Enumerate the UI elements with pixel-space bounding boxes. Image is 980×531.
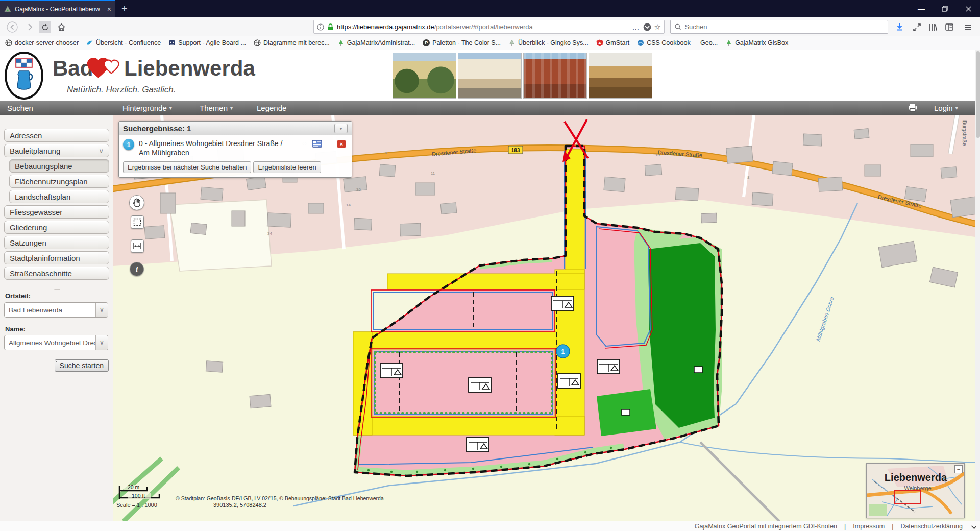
scale-feet-label: 100 ft: [132, 493, 145, 499]
overview-map-graphic: Liebenwerda Weinberge: [867, 464, 964, 518]
page-actions-icon[interactable]: …: [632, 23, 640, 31]
menu-hintergruende[interactable]: Hintergründe▾: [122, 104, 172, 112]
browser-search-box[interactable]: [670, 20, 888, 34]
restore-icon: [942, 6, 948, 12]
bookmarks-toolbar: docker-server-chooser Übersicht - Conflu…: [0, 36, 980, 50]
impressum-link[interactable]: Impressum: [853, 523, 885, 530]
sidebar-item-stadtplaninformation[interactable]: Stadtplaninformation: [4, 251, 109, 264]
result-line1: 0 - Allgmeines Wohngebiet Dresdner Straß…: [139, 139, 282, 148]
tab-close-icon[interactable]: ×: [107, 6, 111, 13]
window-controls: —: [910, 0, 980, 17]
clear-results-button[interactable]: Ergebnisliste leeren: [253, 161, 321, 173]
pocket-icon[interactable]: [643, 23, 651, 31]
window-minimize-button[interactable]: —: [910, 0, 933, 17]
url-text[interactable]: https://liebenwerda.gajamatrix.de/portal…: [337, 23, 629, 31]
ortsteil-select[interactable]: Bad Liebenwerda ∨: [4, 302, 108, 318]
window-close-button[interactable]: [957, 0, 980, 17]
info-tool-button[interactable]: i: [130, 262, 144, 276]
result-item[interactable]: 1 0 - Allgmeines Wohngebiet Dresdner Str…: [119, 135, 352, 160]
map-attribution: © Stadtplan: GeoBasis-DE/LGB, LV 02/'15,…: [176, 495, 384, 501]
tab-title: GajaMatrix - GeoPortal liebenw: [15, 6, 104, 13]
keep-results-button[interactable]: Ergebnisse bei nächster Suche behalten: [123, 161, 251, 173]
bookmark-diagramme[interactable]: Diagramme mit berec...: [254, 39, 330, 46]
header-photo-spa-building: [458, 53, 522, 99]
chevron-down-icon[interactable]: ∨: [95, 303, 108, 317]
bookmark-gajamatrix-gisbox[interactable]: GajaMatrix GisBox: [725, 39, 788, 46]
bookmark-paletton[interactable]: PPaletton - The Color S...: [423, 39, 501, 46]
forward-button[interactable]: [23, 21, 36, 33]
select-extent-tool-button[interactable]: [131, 215, 144, 229]
url-path: /portalserver/#/portal/liebenwerda: [434, 23, 533, 31]
menu-button[interactable]: [962, 21, 974, 33]
page-info-icon[interactable]: [317, 23, 324, 31]
status-collapse-icon[interactable]: [971, 524, 976, 529]
back-button[interactable]: [6, 21, 18, 33]
tab-bar: GajaMatrix - GeoPortal liebenw × + —: [0, 0, 980, 17]
svg-text:1: 1: [561, 348, 565, 355]
map-viewport[interactable]: 36 9 60 10 14 34 11 8: [113, 115, 975, 521]
page-scrollbar[interactable]: [975, 50, 980, 521]
bookmark-ueberblick-gingko[interactable]: Überblick - Gingko Sys...: [508, 39, 589, 46]
site-header: Bad Liebenwerda Natürlich. Herzlich. Gas…: [0, 50, 980, 101]
bookmark-support-agile-board[interactable]: Support - Agile Board ...: [168, 39, 246, 46]
url-bar[interactable]: https://liebenwerda.gajamatrix.de/portal…: [313, 20, 665, 34]
datenschutz-link[interactable]: Datenschutzerklärung: [900, 523, 963, 530]
results-header[interactable]: Suchergebnisse: 1 ▾: [119, 122, 352, 135]
sidebar-item-bebauungsplaene[interactable]: Bebauungspläne: [9, 159, 109, 173]
pan-tool-button[interactable]: [129, 195, 144, 210]
sidebar-item-fliessgewaesser[interactable]: Fliessgewässer: [4, 205, 109, 219]
header-photo-brick-building: [523, 53, 587, 99]
sidebar-item-flaechennutzungsplan[interactable]: Flächennutzungsplan: [9, 175, 109, 188]
sidebar-toggle-button[interactable]: [943, 21, 955, 33]
chevron-down-icon[interactable]: ∨: [95, 335, 108, 350]
new-tab-button[interactable]: +: [121, 2, 128, 15]
bookmark-star-icon[interactable]: ☆: [654, 22, 661, 32]
padlock-icon: [327, 23, 334, 31]
sidebar-collapse-notch[interactable]: [48, 284, 66, 290]
scrollbar-thumb[interactable]: [976, 51, 980, 138]
fullscreen-button[interactable]: [911, 21, 923, 33]
bookmark-uebersicht-confluence[interactable]: Übersicht - Confluence: [86, 39, 161, 46]
search-input[interactable]: [684, 23, 884, 31]
measure-tool-button[interactable]: [131, 239, 144, 253]
result-remove-icon[interactable]: ×: [337, 140, 346, 148]
result-details-icon[interactable]: [312, 140, 322, 148]
bookmark-gmstart[interactable]: AGmStart: [596, 39, 630, 46]
downloads-button[interactable]: [893, 21, 905, 33]
sidebar-item-bauleitplanung[interactable]: Bauleitplanung∨: [4, 144, 109, 157]
ortsteil-label: Ortsteil:: [5, 292, 31, 300]
window-restore-button[interactable]: [933, 0, 957, 17]
menu-legende[interactable]: Legende: [257, 104, 286, 112]
reload-button[interactable]: [39, 21, 51, 33]
bookmark-gajamatrix-admin[interactable]: GajaMatrixAdministrat...: [337, 39, 415, 46]
overview-minimize-button[interactable]: −: [954, 465, 963, 473]
menu-themen[interactable]: Themen▾: [200, 104, 233, 112]
url-host: https://liebenwerda.gajamatrix.de: [337, 23, 434, 31]
tree-icon: [337, 39, 345, 46]
print-button[interactable]: [908, 104, 917, 112]
menu-suchen[interactable]: Suchen: [7, 104, 33, 112]
scale-meters-label: 20 m: [128, 484, 140, 490]
results-collapse-button[interactable]: ▾: [334, 124, 348, 133]
name-select[interactable]: Allgmeines Wohngebiet Dres ∨: [4, 335, 108, 350]
sidebar-item-gliederung[interactable]: Gliederung: [4, 221, 109, 234]
bookmark-docker-server-chooser[interactable]: docker-server-chooser: [5, 39, 79, 46]
overview-map[interactable]: Liebenwerda Weinberge −: [866, 463, 965, 518]
sidebar-item-landschaftsplan[interactable]: Landschaftsplan: [9, 190, 109, 203]
sidebar-item-strassenabschnitte[interactable]: Straßenabschnitte: [4, 267, 109, 280]
suche-starten-button[interactable]: Suche starten: [55, 359, 109, 372]
forward-icon: [26, 23, 34, 31]
menu-login[interactable]: Login▾: [934, 104, 958, 112]
home-button[interactable]: [55, 21, 67, 33]
svg-text:14: 14: [346, 203, 351, 207]
sidebar-item-adressen[interactable]: Adressen: [4, 129, 109, 142]
map-result-marker[interactable]: 1: [556, 345, 570, 358]
bookmark-css-cookbook[interactable]: CSS Cookbook — Geo...: [637, 39, 718, 46]
library-button[interactable]: [927, 21, 939, 33]
globe-icon: [254, 39, 261, 46]
svg-text:A: A: [598, 41, 601, 45]
brand-liebenwerda: Liebenwerda: [124, 56, 255, 81]
close-icon: [966, 6, 971, 12]
browser-tab[interactable]: GajaMatrix - GeoPortal liebenw ×: [0, 0, 115, 17]
sidebar-item-satzungen[interactable]: Satzungen: [4, 236, 109, 249]
